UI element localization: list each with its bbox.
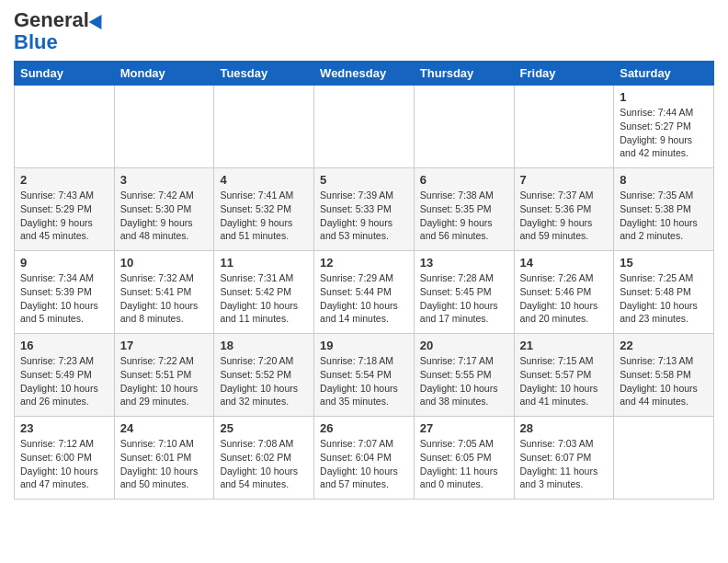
weekday-saturday: Saturday	[614, 62, 714, 86]
day-number: 4	[220, 173, 308, 187]
calendar-cell	[614, 417, 714, 500]
calendar-cell: 7Sunrise: 7:37 AMSunset: 5:36 PMDaylight…	[514, 168, 614, 251]
calendar-cell: 20Sunrise: 7:17 AMSunset: 5:55 PMDayligh…	[414, 334, 514, 417]
day-info: Sunrise: 7:15 AMSunset: 5:57 PMDaylight:…	[520, 354, 609, 408]
day-info: Sunrise: 7:18 AMSunset: 5:54 PMDaylight:…	[320, 354, 408, 408]
day-info: Sunrise: 7:03 AMSunset: 6:07 PMDaylight:…	[520, 437, 609, 491]
day-number: 12	[320, 256, 408, 270]
day-number: 14	[520, 256, 609, 270]
day-info: Sunrise: 7:42 AMSunset: 5:30 PMDaylight:…	[120, 189, 209, 243]
day-number: 21	[520, 339, 609, 352]
calendar-cell: 17Sunrise: 7:22 AMSunset: 5:51 PMDayligh…	[114, 334, 214, 417]
calendar-cell: 25Sunrise: 7:08 AMSunset: 6:02 PMDayligh…	[214, 417, 314, 500]
day-info: Sunrise: 7:23 AMSunset: 5:49 PMDaylight:…	[20, 354, 108, 408]
day-info: Sunrise: 7:17 AMSunset: 5:55 PMDaylight:…	[420, 354, 508, 408]
day-info: Sunrise: 7:32 AMSunset: 5:41 PMDaylight:…	[120, 271, 209, 326]
calendar-cell: 9Sunrise: 7:34 AMSunset: 5:39 PMDaylight…	[15, 251, 115, 334]
calendar-cell	[314, 86, 415, 168]
calendar-cell: 26Sunrise: 7:07 AMSunset: 6:04 PMDayligh…	[314, 417, 415, 500]
day-info: Sunrise: 7:39 AMSunset: 5:33 PMDaylight:…	[320, 189, 408, 243]
calendar-cell: 27Sunrise: 7:05 AMSunset: 6:05 PMDayligh…	[414, 417, 514, 500]
logo: General Blue	[14, 9, 106, 53]
calendar-cell: 5Sunrise: 7:39 AMSunset: 5:33 PMDaylight…	[314, 168, 415, 251]
day-number: 13	[420, 256, 508, 270]
calendar-cell: 15Sunrise: 7:25 AMSunset: 5:48 PMDayligh…	[614, 251, 714, 334]
calendar-cell: 21Sunrise: 7:15 AMSunset: 5:57 PMDayligh…	[514, 334, 614, 417]
day-number: 23	[20, 421, 108, 435]
calendar-cell: 16Sunrise: 7:23 AMSunset: 5:49 PMDayligh…	[15, 334, 115, 417]
day-number: 22	[620, 339, 708, 352]
calendar-cell: 2Sunrise: 7:43 AMSunset: 5:29 PMDaylight…	[15, 168, 115, 251]
calendar-cell	[15, 86, 115, 168]
page: General Blue SundayMondayTuesdayWednesda…	[0, 0, 728, 513]
day-info: Sunrise: 7:34 AMSunset: 5:39 PMDaylight:…	[20, 271, 108, 326]
calendar-cell: 1Sunrise: 7:44 AMSunset: 5:27 PMDaylight…	[614, 86, 714, 168]
day-number: 9	[20, 256, 108, 270]
calendar-cell: 12Sunrise: 7:29 AMSunset: 5:44 PMDayligh…	[314, 251, 415, 334]
day-info: Sunrise: 7:25 AMSunset: 5:48 PMDaylight:…	[620, 271, 708, 326]
day-info: Sunrise: 7:05 AMSunset: 6:05 PMDaylight:…	[420, 437, 508, 491]
day-number: 27	[420, 421, 508, 435]
week-row-2: 9Sunrise: 7:34 AMSunset: 5:39 PMDaylight…	[15, 251, 714, 334]
calendar-cell	[114, 86, 214, 168]
weekday-sunday: Sunday	[15, 62, 115, 86]
day-info: Sunrise: 7:29 AMSunset: 5:44 PMDaylight:…	[320, 271, 408, 326]
calendar-cell: 13Sunrise: 7:28 AMSunset: 5:45 PMDayligh…	[414, 251, 514, 334]
calendar-cell: 24Sunrise: 7:10 AMSunset: 6:01 PMDayligh…	[114, 417, 214, 500]
week-row-0: 1Sunrise: 7:44 AMSunset: 5:27 PMDaylight…	[15, 86, 714, 168]
weekday-header-row: SundayMondayTuesdayWednesdayThursdayFrid…	[15, 62, 714, 86]
day-number: 28	[520, 421, 609, 435]
day-info: Sunrise: 7:44 AMSunset: 5:27 PMDaylight:…	[620, 106, 708, 160]
weekday-friday: Friday	[514, 62, 614, 86]
day-info: Sunrise: 7:12 AMSunset: 6:00 PMDaylight:…	[20, 437, 108, 491]
day-info: Sunrise: 7:08 AMSunset: 6:02 PMDaylight:…	[220, 437, 308, 491]
calendar-cell: 28Sunrise: 7:03 AMSunset: 6:07 PMDayligh…	[514, 417, 614, 500]
day-number: 6	[420, 173, 508, 187]
calendar-cell: 3Sunrise: 7:42 AMSunset: 5:30 PMDaylight…	[114, 168, 214, 251]
calendar-cell: 8Sunrise: 7:35 AMSunset: 5:38 PMDaylight…	[614, 168, 714, 251]
day-number: 1	[620, 90, 708, 104]
logo-triangle-icon	[89, 11, 108, 29]
day-number: 15	[620, 256, 708, 270]
logo-blue: Blue	[14, 31, 58, 53]
day-info: Sunrise: 7:41 AMSunset: 5:32 PMDaylight:…	[220, 189, 308, 243]
calendar-cell: 14Sunrise: 7:26 AMSunset: 5:46 PMDayligh…	[514, 251, 614, 334]
day-info: Sunrise: 7:38 AMSunset: 5:35 PMDaylight:…	[420, 189, 508, 243]
day-info: Sunrise: 7:22 AMSunset: 5:51 PMDaylight:…	[120, 354, 209, 408]
day-number: 8	[620, 173, 708, 187]
week-row-1: 2Sunrise: 7:43 AMSunset: 5:29 PMDaylight…	[15, 168, 714, 251]
day-number: 5	[320, 173, 408, 187]
day-number: 3	[120, 173, 209, 187]
calendar-cell	[514, 86, 614, 168]
calendar-cell: 22Sunrise: 7:13 AMSunset: 5:58 PMDayligh…	[614, 334, 714, 417]
day-number: 7	[520, 173, 609, 187]
week-row-4: 23Sunrise: 7:12 AMSunset: 6:00 PMDayligh…	[15, 417, 714, 500]
calendar-cell	[414, 86, 514, 168]
day-number: 20	[420, 339, 508, 352]
calendar-cell: 11Sunrise: 7:31 AMSunset: 5:42 PMDayligh…	[214, 251, 314, 334]
calendar-cell: 4Sunrise: 7:41 AMSunset: 5:32 PMDaylight…	[214, 168, 314, 251]
day-info: Sunrise: 7:10 AMSunset: 6:01 PMDaylight:…	[120, 437, 209, 491]
weekday-thursday: Thursday	[414, 62, 514, 86]
day-info: Sunrise: 7:37 AMSunset: 5:36 PMDaylight:…	[520, 189, 609, 243]
calendar-cell: 10Sunrise: 7:32 AMSunset: 5:41 PMDayligh…	[114, 251, 214, 334]
calendar-body: 1Sunrise: 7:44 AMSunset: 5:27 PMDaylight…	[15, 86, 714, 500]
calendar-cell: 18Sunrise: 7:20 AMSunset: 5:52 PMDayligh…	[214, 334, 314, 417]
calendar: SundayMondayTuesdayWednesdayThursdayFrid…	[14, 61, 714, 500]
day-info: Sunrise: 7:26 AMSunset: 5:46 PMDaylight:…	[520, 271, 609, 326]
logo-general: General	[14, 9, 89, 31]
day-number: 26	[320, 421, 408, 435]
day-info: Sunrise: 7:31 AMSunset: 5:42 PMDaylight:…	[220, 271, 308, 326]
day-number: 19	[320, 339, 408, 352]
day-info: Sunrise: 7:13 AMSunset: 5:58 PMDaylight:…	[620, 354, 708, 408]
day-info: Sunrise: 7:28 AMSunset: 5:45 PMDaylight:…	[420, 271, 508, 326]
day-number: 10	[120, 256, 209, 270]
week-row-3: 16Sunrise: 7:23 AMSunset: 5:49 PMDayligh…	[15, 334, 714, 417]
calendar-cell: 23Sunrise: 7:12 AMSunset: 6:00 PMDayligh…	[15, 417, 115, 500]
day-number: 2	[20, 173, 108, 187]
calendar-cell	[214, 86, 314, 168]
calendar-cell: 6Sunrise: 7:38 AMSunset: 5:35 PMDaylight…	[414, 168, 514, 251]
weekday-tuesday: Tuesday	[214, 62, 314, 86]
day-number: 24	[120, 421, 209, 435]
day-number: 17	[120, 339, 209, 352]
